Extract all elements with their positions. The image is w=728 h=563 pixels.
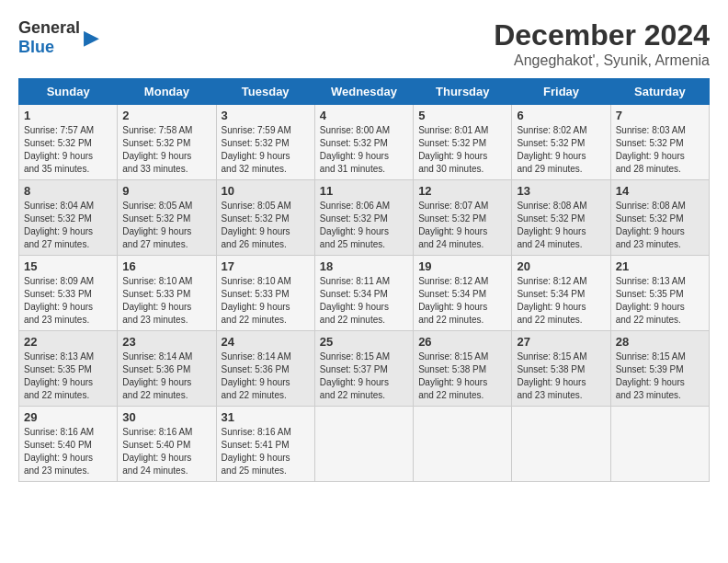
day-info: Sunrise: 7:59 AM Sunset: 5:32 PM Dayligh…: [222, 124, 310, 176]
calendar-cell: 8Sunrise: 8:04 AM Sunset: 5:32 PM Daylig…: [19, 180, 118, 256]
day-number: 14: [616, 184, 704, 198]
day-number: 4: [320, 109, 408, 122]
day-number: 7: [616, 109, 704, 122]
day-number: 16: [122, 259, 210, 273]
calendar-cell: 3Sunrise: 7:59 AM Sunset: 5:32 PM Daylig…: [216, 105, 314, 180]
day-number: 30: [122, 410, 210, 424]
day-info: Sunrise: 8:01 AM Sunset: 5:32 PM Dayligh…: [418, 124, 506, 176]
calendar-cell: 23Sunrise: 8:14 AM Sunset: 5:36 PM Dayli…: [118, 331, 216, 407]
day-info: Sunrise: 7:57 AM Sunset: 5:32 PM Dayligh…: [24, 124, 112, 176]
calendar-week-4: 22Sunrise: 8:13 AM Sunset: 5:35 PM Dayli…: [19, 331, 710, 407]
header-friday: Friday: [512, 79, 610, 105]
logo: General Blue ▶: [18, 18, 99, 57]
calendar-cell: 17Sunrise: 8:10 AM Sunset: 5:33 PM Dayli…: [216, 256, 314, 331]
day-info: Sunrise: 8:13 AM Sunset: 5:35 PM Dayligh…: [616, 275, 704, 327]
day-number: 20: [517, 259, 605, 273]
calendar-cell: 16Sunrise: 8:10 AM Sunset: 5:33 PM Dayli…: [118, 256, 216, 331]
calendar-week-2: 8Sunrise: 8:04 AM Sunset: 5:32 PM Daylig…: [19, 180, 710, 256]
day-number: 2: [122, 109, 210, 122]
day-number: 13: [517, 184, 605, 198]
day-info: Sunrise: 8:16 AM Sunset: 5:40 PM Dayligh…: [24, 426, 112, 477]
day-number: 8: [24, 184, 112, 198]
day-number: 9: [122, 184, 210, 198]
day-number: 27: [517, 335, 605, 349]
day-number: 24: [222, 335, 310, 349]
logo-blue: Blue: [18, 38, 54, 56]
calendar-cell: 15Sunrise: 8:09 AM Sunset: 5:33 PM Dayli…: [19, 256, 118, 331]
calendar-cell: 2Sunrise: 7:58 AM Sunset: 5:32 PM Daylig…: [118, 105, 216, 180]
day-info: Sunrise: 8:14 AM Sunset: 5:36 PM Dayligh…: [222, 350, 310, 402]
calendar-cell: 13Sunrise: 8:08 AM Sunset: 5:32 PM Dayli…: [512, 180, 610, 256]
day-number: 11: [320, 184, 408, 198]
day-info: Sunrise: 8:02 AM Sunset: 5:32 PM Dayligh…: [517, 124, 605, 176]
day-info: Sunrise: 8:04 AM Sunset: 5:32 PM Dayligh…: [24, 200, 112, 251]
page-header: General Blue ▶ December 2024 Angeghakot'…: [18, 18, 710, 69]
calendar-cell: 22Sunrise: 8:13 AM Sunset: 5:35 PM Dayli…: [19, 331, 118, 407]
calendar-cell: 20Sunrise: 8:12 AM Sunset: 5:34 PM Dayli…: [512, 256, 610, 331]
day-info: Sunrise: 8:05 AM Sunset: 5:32 PM Dayligh…: [222, 200, 310, 251]
day-info: Sunrise: 8:15 AM Sunset: 5:39 PM Dayligh…: [616, 350, 704, 402]
day-info: Sunrise: 8:14 AM Sunset: 5:36 PM Dayligh…: [122, 350, 210, 402]
calendar-cell: 19Sunrise: 8:12 AM Sunset: 5:34 PM Dayli…: [414, 256, 512, 331]
calendar-cell: 21Sunrise: 8:13 AM Sunset: 5:35 PM Dayli…: [610, 256, 709, 331]
calendar-cell: [414, 407, 512, 482]
day-number: 29: [24, 410, 112, 424]
weekday-header-row: Sunday Monday Tuesday Wednesday Thursday…: [19, 79, 710, 105]
calendar-cell: 24Sunrise: 8:14 AM Sunset: 5:36 PM Dayli…: [216, 331, 314, 407]
bird-icon: ▶: [84, 26, 99, 50]
day-number: 17: [222, 259, 310, 273]
day-info: Sunrise: 8:08 AM Sunset: 5:32 PM Dayligh…: [616, 200, 704, 251]
calendar-week-5: 29Sunrise: 8:16 AM Sunset: 5:40 PM Dayli…: [19, 407, 710, 482]
day-number: 19: [418, 259, 506, 273]
day-number: 12: [418, 184, 506, 198]
day-info: Sunrise: 7:58 AM Sunset: 5:32 PM Dayligh…: [122, 124, 210, 176]
day-number: 3: [222, 109, 310, 122]
calendar-cell: 18Sunrise: 8:11 AM Sunset: 5:34 PM Dayli…: [314, 256, 413, 331]
calendar-cell: 14Sunrise: 8:08 AM Sunset: 5:32 PM Dayli…: [610, 180, 709, 256]
day-info: Sunrise: 8:07 AM Sunset: 5:32 PM Dayligh…: [418, 200, 506, 251]
calendar-week-3: 15Sunrise: 8:09 AM Sunset: 5:33 PM Dayli…: [19, 256, 710, 331]
day-info: Sunrise: 8:00 AM Sunset: 5:32 PM Dayligh…: [320, 124, 408, 176]
calendar-cell: 7Sunrise: 8:03 AM Sunset: 5:32 PM Daylig…: [610, 105, 709, 180]
calendar-cell: 4Sunrise: 8:00 AM Sunset: 5:32 PM Daylig…: [314, 105, 413, 180]
day-info: Sunrise: 8:15 AM Sunset: 5:37 PM Dayligh…: [320, 350, 408, 402]
day-info: Sunrise: 8:05 AM Sunset: 5:32 PM Dayligh…: [122, 200, 210, 251]
calendar-week-1: 1Sunrise: 7:57 AM Sunset: 5:32 PM Daylig…: [19, 105, 710, 180]
location-subtitle: Angeghakot', Syunik, Armenia: [494, 52, 710, 69]
header-saturday: Saturday: [610, 79, 709, 105]
day-number: 26: [418, 335, 506, 349]
day-number: 28: [616, 335, 704, 349]
day-number: 21: [616, 259, 704, 273]
calendar-cell: 29Sunrise: 8:16 AM Sunset: 5:40 PM Dayli…: [19, 407, 118, 482]
calendar-cell: 27Sunrise: 8:15 AM Sunset: 5:38 PM Dayli…: [512, 331, 610, 407]
calendar-cell: 6Sunrise: 8:02 AM Sunset: 5:32 PM Daylig…: [512, 105, 610, 180]
day-info: Sunrise: 8:16 AM Sunset: 5:40 PM Dayligh…: [122, 426, 210, 477]
calendar-cell: 12Sunrise: 8:07 AM Sunset: 5:32 PM Dayli…: [414, 180, 512, 256]
day-info: Sunrise: 8:06 AM Sunset: 5:32 PM Dayligh…: [320, 200, 408, 251]
calendar-cell: [512, 407, 610, 482]
calendar-cell: 10Sunrise: 8:05 AM Sunset: 5:32 PM Dayli…: [216, 180, 314, 256]
day-info: Sunrise: 8:10 AM Sunset: 5:33 PM Dayligh…: [122, 275, 210, 327]
day-info: Sunrise: 8:09 AM Sunset: 5:33 PM Dayligh…: [24, 275, 112, 327]
logo-text: General Blue: [18, 18, 80, 57]
calendar-cell: 11Sunrise: 8:06 AM Sunset: 5:32 PM Dayli…: [314, 180, 413, 256]
day-info: Sunrise: 8:12 AM Sunset: 5:34 PM Dayligh…: [418, 275, 506, 327]
day-number: 1: [24, 109, 112, 122]
day-info: Sunrise: 8:15 AM Sunset: 5:38 PM Dayligh…: [418, 350, 506, 402]
calendar-cell: [314, 407, 413, 482]
day-number: 10: [222, 184, 310, 198]
calendar-table: Sunday Monday Tuesday Wednesday Thursday…: [18, 78, 710, 482]
calendar-cell: 5Sunrise: 8:01 AM Sunset: 5:32 PM Daylig…: [414, 105, 512, 180]
calendar-cell: 9Sunrise: 8:05 AM Sunset: 5:32 PM Daylig…: [118, 180, 216, 256]
day-number: 6: [517, 109, 605, 122]
calendar-cell: 30Sunrise: 8:16 AM Sunset: 5:40 PM Dayli…: [118, 407, 216, 482]
logo-general: General: [18, 18, 80, 37]
day-number: 15: [24, 259, 112, 273]
day-info: Sunrise: 8:16 AM Sunset: 5:41 PM Dayligh…: [222, 426, 310, 477]
month-title: December 2024: [494, 18, 710, 52]
day-number: 23: [122, 335, 210, 349]
header-tuesday: Tuesday: [216, 79, 314, 105]
calendar-cell: [610, 407, 709, 482]
header-thursday: Thursday: [414, 79, 512, 105]
day-info: Sunrise: 8:15 AM Sunset: 5:38 PM Dayligh…: [517, 350, 605, 402]
